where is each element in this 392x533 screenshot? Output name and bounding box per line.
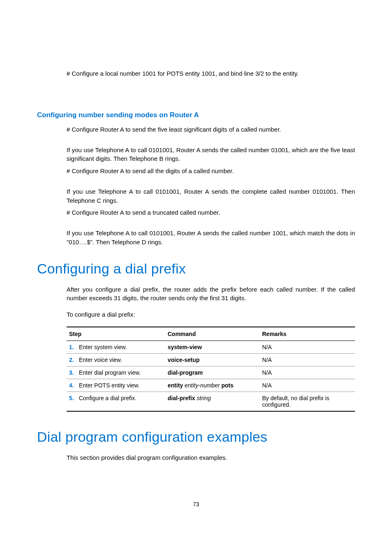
dial-prefix-table: Step Command Remarks 1.Enter system view… xyxy=(67,327,355,412)
th-step: Step xyxy=(67,327,165,341)
intro-para: # Configure a local number 1001 for POTS… xyxy=(67,69,355,78)
cell-remarks: N/A xyxy=(260,341,355,353)
heading-section3: Dial program configuration examples xyxy=(37,429,355,445)
heading-section1: Configuring number sending modes on Rout… xyxy=(37,111,355,119)
th-remarks: Remarks xyxy=(260,327,355,341)
cell-step: 2.Enter voice view. xyxy=(67,353,165,366)
s1-p1: # Configure Router A to send the five le… xyxy=(67,125,355,134)
cell-remarks: N/A xyxy=(260,379,355,392)
s2-intro2: To configure a dial prefix: xyxy=(67,310,355,319)
table-row: 2.Enter voice view.voice-setupN/A xyxy=(67,353,355,366)
cell-remarks: N/A xyxy=(260,366,355,379)
table-row: 1.Enter system view.system-viewN/A xyxy=(67,341,355,353)
cell-step: 4.Enter POTS entity view. xyxy=(67,379,165,392)
cell-command: dial-program xyxy=(165,366,260,379)
cell-step: 5.Configure a dial prefix. xyxy=(67,392,165,411)
cell-remarks: N/A xyxy=(260,353,355,366)
s1-p4: If you use Telephone A to call 0101001, … xyxy=(67,187,355,205)
s3-p1: This section provides dial program confi… xyxy=(67,453,355,462)
cell-step: 3.Enter dial program view. xyxy=(67,366,165,379)
cell-remarks: By default, no dial prefix is configured… xyxy=(260,392,355,411)
s1-p3: # Configure Router A to send all the dig… xyxy=(67,167,355,176)
table-row: 3.Enter dial program view.dial-programN/… xyxy=(67,366,355,379)
th-command: Command xyxy=(165,327,260,341)
cell-command: entity entity-number pots xyxy=(165,379,260,392)
s1-p6: If you use Telephone A to call 0101001, … xyxy=(67,229,355,247)
s2-intro1: After you configure a dial prefix, the r… xyxy=(67,285,355,303)
table-row: 5.Configure a dial prefix.dial-prefix st… xyxy=(67,392,355,411)
cell-command: system-view xyxy=(165,341,260,353)
table-row: 4.Enter POTS entity view.entity entity-n… xyxy=(67,379,355,392)
page-number: 73 xyxy=(0,501,392,508)
s1-p5: # Configure Router A to send a truncated… xyxy=(67,208,355,217)
cell-step: 1.Enter system view. xyxy=(67,341,165,353)
s1-p2: If you use Telephone A to call 0101001, … xyxy=(67,146,355,164)
heading-section2: Configuring a dial prefix xyxy=(37,261,355,277)
cell-command: dial-prefix string xyxy=(165,392,260,411)
cell-command: voice-setup xyxy=(165,353,260,366)
